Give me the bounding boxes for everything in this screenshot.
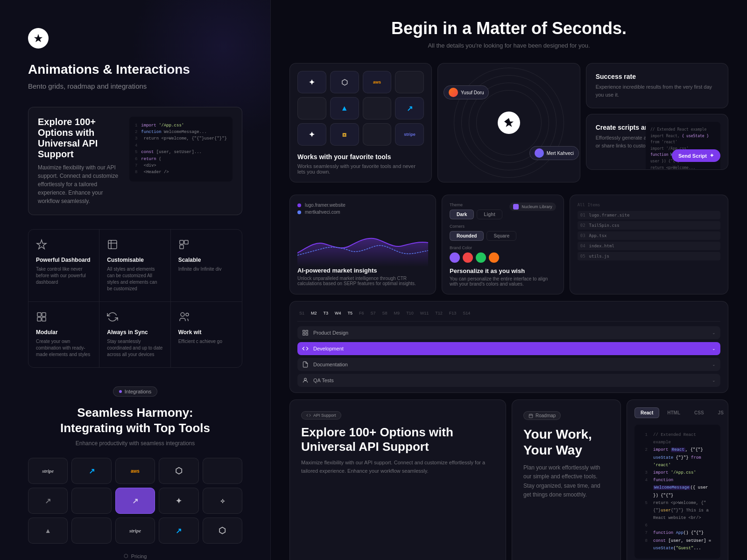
corner-square-button[interactable]: Square [486,231,516,241]
tab-html[interactable]: HTML [661,407,686,418]
roadmap-badge-small: Roadmap [523,411,561,420]
tool-icon-github: ⬡ [330,71,359,93]
timeline-tasks: Product Design ⌄ Development ⌄ Documenta… [297,326,720,389]
task-product-design-expand[interactable]: ⌄ [712,330,716,335]
left-subtitle: Bento grids, roadmap and integrations [28,82,242,90]
task-qa[interactable]: QA Tests ⌄ [297,374,720,387]
tl-s8[interactable]: S8 [381,310,389,316]
integration-arrow-1: ↗ [28,488,68,514]
bottom-row: API Support Explore 100+ Options with Un… [289,399,728,560]
personalize-desc: You can personalize the entire interface… [450,276,556,287]
tl-t3[interactable]: T3 [322,310,331,316]
color-purple[interactable] [450,252,460,263]
api-card-desc: Maximize flexibility with our API suppor… [38,163,120,205]
svg-rect-12 [303,330,305,332]
tl-t5[interactable]: T5 [346,310,355,316]
svg-point-16 [304,378,307,380]
list-item: 02 TailSpin.css [578,221,720,230]
task-documentation-expand[interactable]: ⌄ [712,362,716,367]
tl-f6[interactable]: F6 [357,310,366,316]
task-documentation[interactable]: Documentation ⌄ [297,358,720,371]
chart-urls: lugo.framer.website mertkahveci.com [297,203,428,215]
integration-empty-2 [71,488,111,514]
code-icon [302,345,309,352]
theme-buttons: Dark Light [450,210,556,219]
tool-icon-arrow: ↗ [395,97,424,119]
integration-framer-active: ↗ [115,488,155,514]
tl-w11[interactable]: W11 [418,310,431,316]
integration-framer-1: ↗ [71,458,111,484]
svg-point-0 [37,37,40,40]
task-product-design[interactable]: Product Design ⌄ [297,326,720,339]
send-icon: ✦ [710,153,714,159]
api-bottom-card: API Support Explore 100+ Options with Un… [289,399,506,560]
tool-icon-empty4 [363,123,392,146]
feature-work-desc: Efficient c achieve go [178,338,234,345]
doc-icon [302,361,309,368]
person-icon [302,377,309,384]
code-line-8: 8 const [user, setUser] = useState("Gues… [641,537,714,552]
task-documentation-label: Documentation [313,362,348,367]
svg-rect-1 [108,240,117,249]
tab-js[interactable]: JS [712,407,728,418]
integration-stripe-2: stripe [115,518,155,544]
pricing-badge: ⬡ Pricing [28,553,242,559]
user-avatar-mert [535,148,544,158]
right-panel-subtitle: All the details you're looking for have … [289,42,728,49]
integration-github-1: ⬡ [159,458,198,484]
task-development[interactable]: Development ⌄ [297,342,720,355]
user-chip-mert: Mert Kahveci [529,146,579,160]
tl-m2[interactable]: M2 [309,310,319,316]
code-line-3: 3 import '/App.css' [641,469,714,476]
scripts-code-preview: // Extended React example import React, … [646,122,720,170]
brand-color-label: Brand Color [450,245,556,250]
svg-rect-5 [37,313,41,316]
tl-m9[interactable]: M9 [392,310,402,316]
color-green[interactable] [476,252,486,263]
color-orange[interactable] [489,252,499,263]
feature-modular-desc: Create your own combination with ready-m… [36,338,92,358]
svg-point-10 [186,313,189,316]
feature-dashboard-desc: Take control like never before with our … [36,266,92,286]
tl-t12[interactable]: T12 [433,310,444,316]
avatar-rings: Yusuf Doru Mert Kahveci [476,90,542,155]
url-dot-2 [297,210,301,214]
send-script-button[interactable]: Send Script ✦ [672,149,720,162]
avatar-scene: Yusuf Doru Mert Kahveci [476,90,542,155]
center-logo [498,112,520,134]
right-bottom-pair: Roadmap Your Work, Your Way Plan your wo… [512,399,728,560]
tab-react[interactable]: React [634,407,659,418]
scalable-icon [178,239,191,252]
brand-colors [450,252,556,263]
tl-w4[interactable]: W4 [333,310,343,316]
tab-css[interactable]: CSS [688,407,710,418]
tl-s14[interactable]: S14 [461,310,472,316]
theme-light-button[interactable]: Light [477,210,502,219]
tl-s1[interactable]: S1 [297,310,306,316]
integration-aws-1: aws [115,458,155,484]
user-avatar-yusuf [449,88,458,97]
svg-rect-6 [42,313,46,316]
tl-f13[interactable]: F13 [447,310,458,316]
integration-triangle-1: ▲ [28,518,68,544]
success-desc: Experience incredible results from the v… [596,83,719,98]
feature-modular-title: Modular [36,329,92,336]
avatar-card: Yusuf Doru Mert Kahveci [437,63,580,182]
chart-url-1: lugo.framer.website [297,203,428,208]
tools-card: ✦ ⬡ aws ▲ ↗ ✦ ⧈ stripe Works with your f… [289,63,432,182]
tools-icons-grid: ✦ ⬡ aws ▲ ↗ ✦ ⧈ stripe [297,71,424,146]
tl-t10[interactable]: T10 [404,310,416,316]
tl-s7[interactable]: S7 [369,310,378,316]
corner-rounded-button[interactable]: Rounded [450,231,484,241]
task-qa-expand[interactable]: ⌄ [712,378,716,383]
sync-icon [107,311,120,324]
color-red[interactable] [463,252,473,263]
integrations-badge: Integrations [113,386,157,397]
list-card: All Items 01 lugo.framer.site 02 TailSpi… [570,195,728,294]
task-development-expand[interactable]: ⌄ [712,346,716,351]
feature-custom-title: Customisable [107,257,162,263]
url-dot-1 [297,203,301,207]
feature-modular: Modular Create your own combination with… [28,302,99,367]
theme-dark-button[interactable]: Dark [450,210,474,219]
svg-rect-13 [306,330,308,332]
